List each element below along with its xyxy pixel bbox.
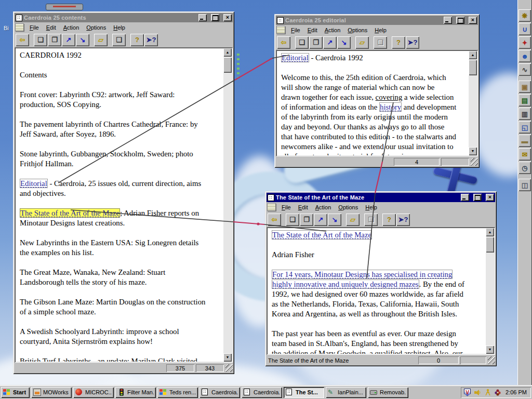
minimize-button[interactable] (461, 194, 469, 201)
taskbar-button[interactable]: MICROC... (73, 387, 114, 398)
copy-page-button[interactable]: ❏ (34, 34, 47, 46)
context-help-button[interactable]: ➤? (144, 34, 158, 46)
taskbar-button[interactable]: The St... (284, 387, 324, 398)
close-button[interactable]: × (486, 194, 494, 201)
bug-icon[interactable]: ❋ (518, 9, 531, 22)
tray-clock[interactable]: 2:06 PM (504, 389, 527, 395)
tool-icon[interactable]: ✦ (518, 36, 531, 49)
link-out-button[interactable]: ↗ (314, 214, 327, 226)
scroll-down-button[interactable]: ▼ (223, 353, 232, 362)
page-icon[interactable] (276, 26, 285, 34)
taskbar-button[interactable]: Caerdroia... (200, 387, 240, 398)
menu-options[interactable]: Options (344, 26, 371, 34)
close-button[interactable]: × (469, 17, 477, 24)
page-icon[interactable] (267, 203, 276, 211)
start-button[interactable]: Start (1, 387, 30, 398)
menu-edit[interactable]: Edit (43, 23, 60, 32)
taskbar-button[interactable]: ✎IanPlain... (326, 387, 366, 398)
menu-file[interactable]: File (278, 203, 295, 211)
maximize-button[interactable] (473, 194, 482, 201)
copy-docs-button[interactable]: ❑ (364, 214, 378, 226)
menu-options[interactable]: Options (335, 203, 362, 211)
vertical-scrollbar[interactable]: ▲▼ (469, 51, 477, 155)
scrollbar-thumb[interactable] (223, 57, 232, 73)
hyperlink[interactable]: history (379, 102, 402, 112)
menu-action[interactable]: Action (321, 26, 344, 34)
back-button[interactable]: ⇦ (16, 34, 29, 46)
clock-icon[interactable]: ◷ (518, 162, 531, 174)
scroll-up-button[interactable]: ▲ (486, 228, 494, 236)
back-button[interactable]: ⇦ (277, 36, 290, 49)
hyperlink[interactable]: The State of the Art of the Maze (20, 208, 120, 218)
menu-help[interactable]: Help (371, 26, 390, 34)
resize-grip[interactable] (488, 356, 495, 364)
copy-docs-button[interactable]: ❑ (374, 36, 387, 49)
menu-options[interactable]: Options (83, 23, 110, 32)
taskbar-button[interactable]: Teds ren... (157, 387, 198, 398)
laptop-icon[interactable]: ▥ (518, 108, 531, 120)
menu-action[interactable]: Action (312, 203, 335, 211)
menu-help[interactable]: Help (362, 203, 381, 211)
taskbar-button[interactable]: Removab... (368, 387, 408, 398)
taskbar-button[interactable]: Filter Man... (115, 387, 156, 398)
menu-edit[interactable]: Edit (304, 26, 321, 34)
help-button[interactable]: ? (392, 36, 405, 49)
copy-page-button[interactable]: ❏ (295, 36, 309, 49)
menu-help[interactable]: Help (110, 23, 129, 32)
menu-file[interactable]: File (287, 26, 304, 34)
menu-action[interactable]: Action (60, 23, 83, 32)
context-help-button[interactable]: ➤? (396, 214, 410, 226)
maximize-button[interactable] (211, 14, 219, 21)
vertical-scrollbar[interactable]: ▲▼ (486, 228, 494, 354)
menu-edit[interactable]: Edit (295, 203, 312, 211)
link-out-button[interactable]: ↗ (62, 34, 75, 46)
link-in-button[interactable]: ↘ (328, 214, 341, 226)
help-button[interactable]: ? (130, 34, 144, 46)
briefcase-icon[interactable]: ▣ (518, 81, 531, 93)
monitor-icon[interactable]: ◱ (518, 121, 531, 134)
hyperlink[interactable]: Editorial (20, 179, 48, 188)
hyperlink[interactable]: The State of the Art of the Maze (272, 230, 372, 240)
cable-icon[interactable]: ∿ (518, 63, 531, 76)
maximize-button[interactable] (456, 17, 464, 24)
open-folder-button[interactable]: ▱ (355, 36, 369, 49)
disk-icon[interactable]: ◫ (518, 179, 531, 191)
resize-grip[interactable] (471, 158, 478, 166)
taskbar-button[interactable]: Caerdroia... (242, 387, 282, 398)
book-icon[interactable]: ▤ (518, 94, 531, 107)
scrollbar-thumb[interactable] (486, 237, 494, 252)
close-button[interactable]: × (223, 14, 232, 21)
scrollbar-thumb[interactable] (469, 60, 477, 75)
clamp-icon[interactable]: ∪ (518, 23, 531, 35)
link-out-button[interactable]: ↗ (323, 36, 337, 49)
partial-desktop-icon[interactable] (46, 4, 83, 10)
open-folder-button[interactable]: ▱ (346, 214, 360, 226)
context-help-button[interactable]: ➤? (406, 36, 419, 49)
hyperlink[interactable]: For 14 years, Minotaur Designs has speci… (272, 270, 453, 289)
open-folder-button[interactable]: ▱ (94, 34, 108, 46)
scroll-down-button[interactable]: ▼ (469, 147, 477, 155)
paste-page-button[interactable]: ❐ (300, 214, 313, 226)
scroll-down-button[interactable]: ▼ (486, 345, 494, 354)
copy-docs-button[interactable]: ❑ (112, 34, 126, 46)
help-button[interactable]: ? (382, 214, 396, 226)
scheduler-flower-icon[interactable] (494, 389, 501, 396)
link-in-button[interactable]: ↘ (76, 34, 89, 46)
copy-page-button[interactable]: ❏ (286, 214, 299, 226)
resize-grip[interactable] (225, 364, 233, 372)
vertical-scrollbar[interactable]: ▲▼ (223, 48, 232, 362)
menu-file[interactable]: File (26, 23, 43, 32)
minimize-button[interactable] (198, 14, 207, 21)
minimize-button[interactable] (444, 17, 452, 24)
antivirus-shield-icon[interactable]: V (464, 389, 471, 396)
inbox-icon[interactable]: ✉ (518, 148, 531, 161)
link-in-button[interactable]: ↘ (337, 36, 351, 49)
user-shield-icon[interactable]: ☻ (518, 50, 531, 62)
paste-page-button[interactable]: ❐ (48, 34, 61, 46)
scroll-up-button[interactable]: ▲ (469, 51, 477, 59)
scroll-up-button[interactable]: ▲ (223, 48, 232, 57)
desktop-icon-label[interactable]: Bi (4, 25, 9, 31)
page-icon[interactable] (15, 23, 24, 31)
volume-icon[interactable] (474, 389, 481, 396)
taskbar-button[interactable]: MOWorks (31, 387, 72, 398)
